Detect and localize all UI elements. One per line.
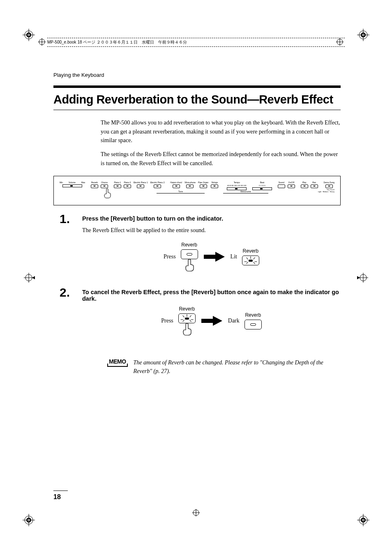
panel-pipeorgan: Pipe Organ <box>198 181 208 188</box>
memo-block: MEMO The amount of Reverb can be changed… <box>109 358 341 375</box>
panel-play: Play <box>301 181 308 188</box>
page-number: 18 <box>53 491 68 501</box>
crop-mark-br <box>357 514 369 526</box>
fig1-right-top: Reverb <box>243 248 259 254</box>
panel-vibraphone: Vibra-phone <box>184 181 196 188</box>
intro-p1: The MP-500 allows you to add reverberati… <box>101 118 341 145</box>
arrow-right-icon <box>201 315 223 327</box>
panel-demo: Demo Song <box>324 181 334 188</box>
title-rule-top <box>53 85 341 88</box>
panel-piano1: Piano 1 <box>114 181 121 188</box>
fig2-dark-label: Dark <box>228 318 240 324</box>
panel-volume: MinVolumeMax <box>60 181 85 187</box>
reverb-button-off-icon <box>181 249 198 259</box>
panel-chorus: Chorus <box>101 181 108 188</box>
arrow-right-icon <box>203 251 226 263</box>
control-panel-diagram: MinVolumeMax Reverb Chorus Piano 1 Piano… <box>53 176 341 205</box>
panel-piano2: Piano 2 <box>124 181 131 188</box>
reg-mark-bottom <box>192 509 200 518</box>
intro-text: The MP-500 allows you to add reverberati… <box>101 118 341 168</box>
page-title: Adding Reverberation to the Sound—Reverb… <box>53 93 341 106</box>
panel-strings: Strings <box>211 181 218 188</box>
step-1-number: 1. <box>53 213 82 225</box>
panel-epiano2: Electric Piano 2 <box>150 181 165 188</box>
step-2-number: 2. <box>53 286 82 299</box>
step-1-heading: Press the [Reverb] button to turn on the… <box>82 215 341 222</box>
panel-onoff: On/Off <box>288 181 295 188</box>
fig1-lit-label: Lit <box>231 253 237 260</box>
crop-mark-ml <box>23 272 35 284</box>
panel-hand-icon <box>103 189 111 199</box>
memo-icon: MEMO <box>109 358 126 366</box>
reverb-button-lit-icon <box>242 256 259 265</box>
panel-reverb: Reverb <box>91 181 98 188</box>
header-reg-left <box>38 38 46 47</box>
panel-sound: Sound <box>278 181 285 188</box>
hand-press-icon <box>184 259 195 272</box>
fig2-press-label: Press <box>161 318 173 324</box>
breadcrumb: Playing the Keyboard <box>53 72 341 78</box>
crop-mark-tr <box>357 29 369 41</box>
crop-mark-tl <box>23 29 35 41</box>
memo-text: The amount of Reverb can be changed. Ple… <box>134 358 341 375</box>
step-2-figure: Press Reverb Dark Reverb <box>82 306 341 336</box>
step-2-heading: To cancel the Reverb Effect, press the [… <box>82 289 341 302</box>
step-1: 1. Press the [Reverb] button to turn on … <box>53 213 341 284</box>
reverb-button-lit-icon <box>178 313 196 323</box>
panel-beat: Beat 0 2 3 4 6 <box>252 181 272 190</box>
crop-mark-bl <box>23 514 35 526</box>
header-running-text: MP-500_e.book 18 ページ ２００３年６月１１日 水曜日 午前９時… <box>47 39 345 48</box>
panel-epiano1: Electric Piano 1 <box>134 181 148 188</box>
fig2-left-top: Reverb <box>179 306 195 312</box>
header-text: MP-500_e.book 18 ページ ２００３年６月１１日 水曜日 午前９時… <box>47 40 187 44</box>
panel-harpsichord: Harpsi-chord <box>170 181 182 188</box>
reverb-button-off-icon <box>244 320 262 329</box>
step-1-text: The Reverb Effect will be applied to the… <box>82 226 341 235</box>
title-rule-bottom <box>53 110 341 110</box>
intro-p2: The settings of the Reverb Effect cannot… <box>101 150 341 168</box>
fig2-right-top: Reverb <box>245 312 261 318</box>
hand-press-icon <box>182 323 192 336</box>
step-2: 2. To cancel the Reverb Effect, press th… <box>53 286 341 348</box>
panel-rec: Rec <box>311 181 318 188</box>
fig1-left-top: Reverb <box>181 242 197 248</box>
step-1-figure: Press Reverb Lit Reverb <box>82 242 341 272</box>
crop-mark-mr <box>357 272 369 284</box>
panel-tempo: Tempo 40 60 80 100 120 160 240 <box>227 181 247 190</box>
fig1-press-label: Press <box>164 253 176 260</box>
